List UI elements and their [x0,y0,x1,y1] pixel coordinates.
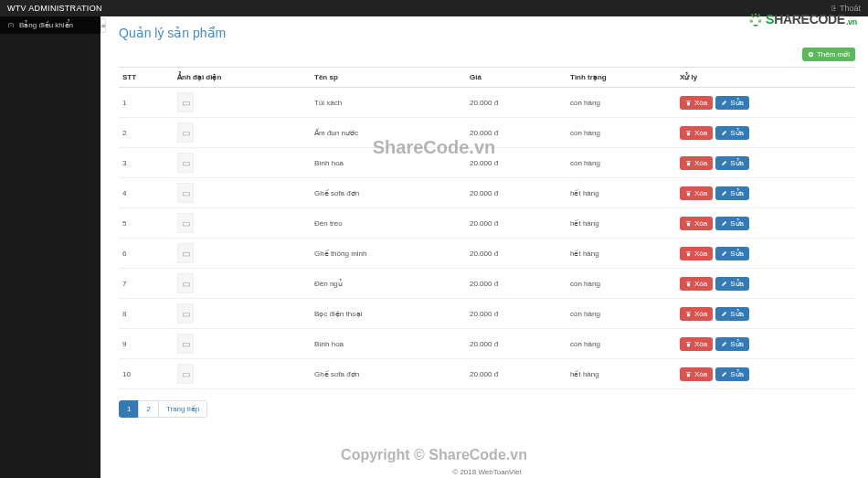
cell-stt: 5 [119,208,174,239]
cell-price: 20.000 đ [466,299,566,329]
cell-stt: 2 [119,118,174,148]
table-row: 3▭Bình hoa20.000 đcòn hàngXóaSửa [119,148,855,178]
edit-button[interactable]: Sửa [715,186,749,200]
delete-button[interactable]: Xóa [680,217,713,230]
delete-button[interactable]: Xóa [680,126,713,140]
dashboard-icon [7,22,15,29]
table-row: 2▭Ấm đun nước20.000 đcòn hàngXóaSửa [119,118,855,148]
delete-label: Xóa [694,310,707,318]
edit-label: Sửa [730,159,744,167]
product-thumb: ▭ [177,303,194,324]
delete-label: Xóa [694,129,707,137]
cell-actions: XóaSửa [676,208,855,239]
th-name: Tên sp [311,68,466,88]
product-thumb: ▭ [177,122,194,143]
edit-button[interactable]: Sửa [715,217,749,230]
product-thumb: ▭ [177,92,194,112]
th-stt: STT [119,68,174,88]
add-button[interactable]: Thêm mới [802,48,855,61]
edit-label: Sửa [730,129,744,137]
delete-button[interactable]: Xóa [680,277,713,291]
delete-button[interactable]: Xóa [680,247,713,260]
trash-icon [685,341,692,347]
table-row: 7▭Đèn ngủ20.000 đcòn hàngXóaSửa [119,269,855,299]
edit-button[interactable]: Sửa [715,307,749,321]
edit-button[interactable]: Sửa [715,247,749,260]
trash-icon [685,371,692,377]
cell-actions: XóaSửa [676,239,855,269]
cell-price: 20.000 đ [466,178,566,208]
pencil-icon [721,281,727,287]
trash-icon [685,311,692,317]
edit-label: Sửa [730,370,744,378]
product-thumb: ▭ [177,153,194,173]
table-row: 9▭Bình hoa20.000 đcòn hàngXóaSửa [119,329,855,359]
pencil-icon [721,190,727,197]
edit-button[interactable]: Sửa [715,126,749,140]
cell-stt: 3 [119,148,174,178]
cell-name: Bình hoa [311,148,466,178]
edit-label: Sửa [730,250,744,258]
edit-button[interactable]: Sửa [715,337,749,351]
delete-button[interactable]: Xóa [680,96,713,110]
cell-status: còn hàng [566,148,676,178]
cell-name: Túi xách [311,88,466,118]
delete-button[interactable]: Xóa [680,337,713,351]
sidebar-item-dashboard[interactable]: Bảng điều khiển [0,16,101,34]
cell-image: ▭ [174,359,311,389]
logout-link[interactable]: Thoát [830,4,861,13]
table-row: 4▭Ghế sofa đơn20.000 đhết hàngXóaSửa [119,178,855,208]
cell-image: ▭ [174,239,311,269]
cell-name: Bọc điện thoại [311,299,466,329]
delete-button[interactable]: Xóa [680,156,713,170]
cell-name: Bình hoa [311,329,466,359]
cell-name: Ghế sofa đơn [311,359,466,389]
cell-actions: XóaSửa [676,118,855,148]
cell-actions: XóaSửa [676,178,855,208]
cell-price: 20.000 đ [466,118,566,148]
cell-stt: 1 [119,88,174,118]
topbar: WTV ADMINISTRATION Thoát [0,0,868,16]
cell-image: ▭ [174,269,311,299]
product-thumb: ▭ [177,183,194,203]
page-next[interactable]: Trang tiếp [158,400,207,418]
trash-icon [685,160,692,166]
page-2[interactable]: 2 [138,400,158,418]
cell-stt: 9 [119,329,174,359]
cell-name: Ghế thông minh [311,239,466,269]
logout-icon [830,5,837,12]
edit-label: Sửa [730,310,744,318]
product-thumb: ▭ [177,273,194,293]
cell-image: ▭ [174,118,311,148]
main: Quản lý sản phẩm Thêm mới STT Ảnh đại di… [106,16,868,478]
delete-button[interactable]: Xóa [680,186,713,200]
table-row: 1▭Túi xách20.000 đcòn hàngXóaSửa [119,88,855,118]
trash-icon [685,220,692,227]
cell-status: hết hàng [566,239,676,269]
cell-price: 20.000 đ [466,359,566,389]
cell-status: còn hàng [566,88,676,118]
logout-label: Thoát [840,4,861,13]
delete-label: Xóa [694,99,707,107]
page-title: Quản lý sản phẩm [119,26,855,40]
delete-label: Xóa [694,280,707,288]
delete-button[interactable]: Xóa [680,367,713,381]
delete-button[interactable]: Xóa [680,307,713,321]
cell-stt: 4 [119,178,174,208]
edit-button[interactable]: Sửa [715,156,749,170]
edit-button[interactable]: Sửa [715,96,749,110]
brand-title: WTV ADMINISTRATION [7,4,102,13]
cell-status: hết hàng [566,178,676,208]
sidebar: Bảng điều khiển ≡ [0,16,101,478]
page-1[interactable]: 1 [119,400,139,418]
cell-actions: XóaSửa [676,88,855,118]
cell-price: 20.000 đ [466,88,566,118]
edit-label: Sửa [730,189,744,197]
edit-button[interactable]: Sửa [715,367,749,381]
product-thumb: ▭ [177,243,194,263]
edit-button[interactable]: Sửa [715,277,749,291]
delete-label: Xóa [694,250,707,258]
cell-name: Đèn treo [311,208,466,239]
cell-name: Đèn ngủ [311,269,466,299]
cell-image: ▭ [174,88,311,118]
